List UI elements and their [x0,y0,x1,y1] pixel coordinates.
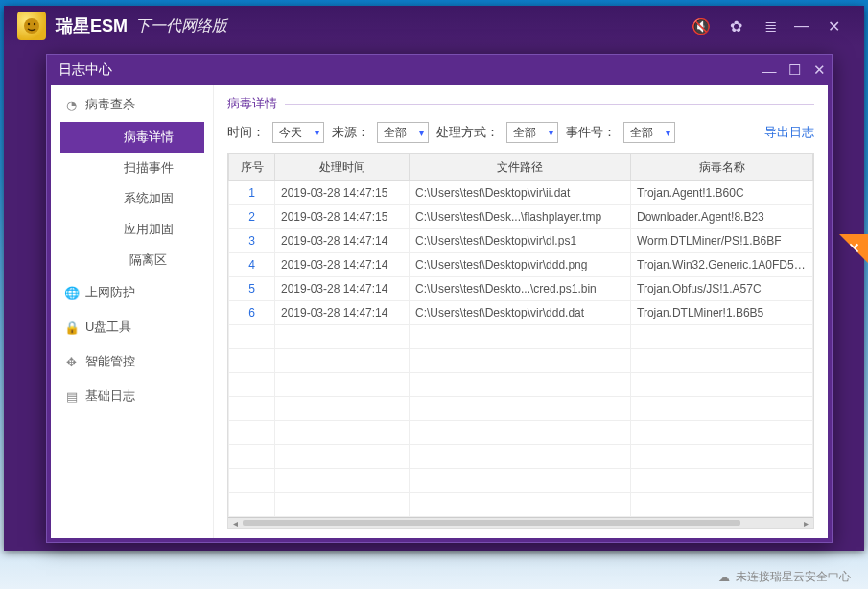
filter-event-label: 事件号： [566,124,616,141]
panel-close-button[interactable]: ✕ [807,58,832,82]
filter-method-select[interactable]: 全部▾ [506,122,558,143]
status-bar: ☁ 未连接瑞星云安全中心 [718,569,851,585]
table-row-empty [229,445,813,469]
section-title: 病毒详情 [227,95,814,112]
mute-icon[interactable]: 🔇 [690,17,713,35]
cell-path: C:\Users\test\Desktop\vir\ddd.dat [410,301,631,325]
panel-maximize-button[interactable]: ☐ [782,58,807,82]
cell-index: 5 [229,277,275,301]
table-row-empty [229,349,813,373]
cloud-icon: ☁ [718,571,730,584]
app-title: 瑞星ESM [56,14,128,37]
menu-icon[interactable]: ≣ [759,17,782,35]
virus-scan-icon: ◔ [64,98,79,112]
cell-index: 4 [229,253,275,277]
table-row-empty [229,493,813,517]
sidebar-group-label: 智能管控 [85,353,135,370]
cell-index: 2 [229,205,275,229]
cell-index: 1 [229,181,275,205]
control-icon: ✥ [64,355,79,369]
sidebar-group-virus-scan[interactable]: ◔ 病毒查杀 [51,87,213,122]
table-row[interactable]: 42019-03-28 14:47:14C:\Users\test\Deskto… [229,253,813,277]
chevron-down-icon: ▾ [660,128,670,138]
sidebar-group-label: U盘工具 [85,318,131,336]
table-row[interactable]: 32019-03-28 14:47:14C:\Users\test\Deskto… [229,229,813,253]
app-close-button[interactable]: ✕ [822,17,845,35]
app-header: 瑞星ESM 下一代网络版 🔇 ✿ ≣ — ✕ [4,6,864,46]
cell-time: 2019-03-28 14:47:14 [275,253,410,277]
panel-body: ◔ 病毒查杀 病毒详情 扫描事件 系统加固 应用加固 隔离区 🌐 上网防护 🔒 … [51,85,828,538]
app-window: 瑞星ESM 下一代网络版 🔇 ✿ ≣ — ✕ 日志中心 — ☐ ✕ ◔ 病毒查杀… [4,6,864,551]
table-row-empty [229,397,813,421]
table-row[interactable]: 52019-03-28 14:47:14C:\Users\test\Deskto… [229,277,813,301]
sidebar-group-usb-tool[interactable]: 🔒 U盘工具 [51,310,213,344]
filter-event-select[interactable]: 全部▾ [623,122,675,143]
horizontal-scrollbar[interactable]: ◂ ▸ [228,517,813,528]
sidebar-item-quarantine[interactable]: 隔离区 [60,245,204,275]
cell-time: 2019-03-28 14:47:14 [275,277,410,301]
app-minimize-button[interactable]: — [793,17,810,35]
svg-point-1 [28,23,30,25]
cell-path: C:\Users\test\Desktop\vir\ddd.png [410,253,631,277]
col-path[interactable]: 文件路径 [410,154,631,181]
sidebar-item-scan-events[interactable]: 扫描事件 [60,153,204,183]
scroll-left-icon[interactable]: ◂ [228,518,243,528]
cell-time: 2019-03-28 14:47:14 [275,229,410,253]
table-row-empty [229,421,813,445]
table-row[interactable]: 22019-03-28 14:47:15C:\Users\test\Desk..… [229,205,813,229]
globe-icon: 🌐 [64,286,79,300]
cell-time: 2019-03-28 14:47:15 [275,181,410,205]
lock-icon: 🔒 [64,320,79,335]
sidebar-group-label: 病毒查杀 [85,96,135,113]
panel-minimize-button[interactable]: — [757,58,782,82]
sidebar-group-label: 上网防护 [85,284,135,301]
panel-titlebar: 日志中心 — ☐ ✕ [47,55,832,85]
table-row-empty [229,325,813,349]
sidebar: ◔ 病毒查杀 病毒详情 扫描事件 系统加固 应用加固 隔离区 🌐 上网防护 🔒 … [51,85,214,538]
cell-virus: Worm.DTLMiner/PS!1.B6BF [631,229,813,253]
cell-index: 3 [229,229,275,253]
cell-index: 6 [229,301,275,325]
sidebar-item-system-harden[interactable]: 系统加固 [60,183,204,214]
filter-method-label: 处理方式： [436,124,499,141]
log-center-panel: 日志中心 — ☐ ✕ ◔ 病毒查杀 病毒详情 扫描事件 系统加固 应用加固 隔离… [46,54,833,543]
svg-point-0 [24,18,39,34]
cell-path: C:\Users\test\Desktop\vir\dl.ps1 [410,229,631,253]
sidebar-group-smart-control[interactable]: ✥ 智能管控 [51,344,213,379]
cell-virus: Downloader.Agent!8.B23 [631,205,813,229]
cell-virus: Trojan.Obfus/JS!1.A57C [631,277,813,301]
app-subtitle: 下一代网络版 [135,16,227,36]
export-log-link[interactable]: 导出日志 [764,124,814,141]
cell-path: C:\Users\test\Deskto...\cred.ps1.bin [410,277,631,301]
table-row-empty [229,373,813,397]
panel-title: 日志中心 [59,61,112,79]
sidebar-group-web-protect[interactable]: 🌐 上网防护 [51,275,213,310]
col-virus[interactable]: 病毒名称 [631,154,813,181]
table-row[interactable]: 62019-03-28 14:47:14C:\Users\test\Deskto… [229,301,813,325]
status-text: 未连接瑞星云安全中心 [736,569,851,585]
virus-table: 序号 处理时间 文件路径 病毒名称 12019-03-28 14:47:15C:… [227,153,814,529]
settings-icon[interactable]: ✿ [724,17,747,35]
sidebar-group-base-log[interactable]: ▤ 基础日志 [51,379,213,413]
filter-time-label: 时间： [227,124,265,141]
table-header-row: 序号 处理时间 文件路径 病毒名称 [229,154,813,181]
filter-time-select[interactable]: 今天▾ [272,122,324,143]
col-time[interactable]: 处理时间 [275,154,410,181]
sidebar-item-virus-details[interactable]: 病毒详情 [60,122,204,153]
col-index[interactable]: 序号 [229,154,275,181]
cell-virus: Trojan.Agent!1.B60C [631,181,813,205]
section-divider [285,104,814,105]
filter-source-label: 来源： [332,124,369,141]
scroll-right-icon[interactable]: ▸ [799,518,813,528]
app-logo-icon [17,12,46,40]
cell-time: 2019-03-28 14:47:14 [275,301,410,325]
cell-time: 2019-03-28 14:47:15 [275,205,410,229]
chevron-down-icon: ▾ [309,128,319,138]
scroll-thumb[interactable] [243,520,740,526]
main-content: 病毒详情 时间： 今天▾ 来源： 全部▾ 处理方式： 全部▾ 事件号： 全部▾ … [214,85,828,538]
sidebar-item-app-harden[interactable]: 应用加固 [60,214,204,245]
table-row[interactable]: 12019-03-28 14:47:15C:\Users\test\Deskto… [229,181,813,205]
filter-bar: 时间： 今天▾ 来源： 全部▾ 处理方式： 全部▾ 事件号： 全部▾ 导出日志 [227,122,814,143]
filter-source-select[interactable]: 全部▾ [377,122,429,143]
table-row-empty [229,469,813,493]
